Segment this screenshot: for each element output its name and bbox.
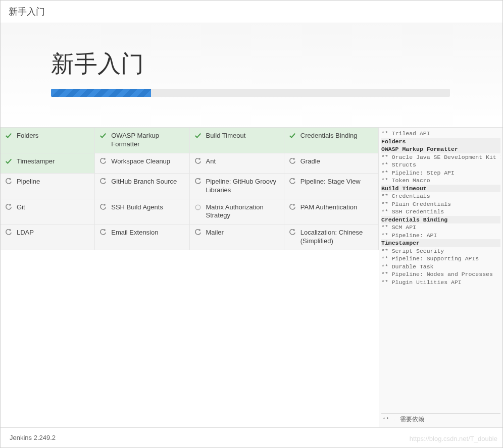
log-line: Build Timeout — [381, 185, 500, 193]
pending-icon — [288, 229, 296, 237]
plugin-cell: Matrix Authorization Strategy — [190, 199, 284, 225]
pending-icon — [288, 157, 296, 165]
log-line: ** Pipeline: Nodes and Processes — [381, 270, 500, 278]
plugin-label: Gradle — [300, 157, 374, 166]
pending-icon — [5, 229, 13, 237]
plugin-cell: Ant — [190, 153, 284, 174]
modal-header: 新手入门 — [1, 1, 502, 23]
svg-point-0 — [195, 205, 200, 210]
log-line: ** SSH Credentials — [381, 208, 500, 216]
check-icon — [5, 132, 13, 140]
pending-icon — [288, 178, 296, 186]
plugin-cell: Pipeline: GitHub Groovy Libraries — [190, 174, 284, 199]
progress-bar-fill — [51, 89, 151, 97]
log-line: OWASP Markup Formatter — [381, 145, 500, 153]
log-line: Timestamper — [381, 239, 500, 247]
plugin-label: LDAP — [17, 229, 90, 237]
plugin-label: Timestamper — [17, 157, 90, 166]
plugin-label: Email Extension — [111, 229, 185, 237]
plugin-cell: Build Timeout — [190, 128, 284, 153]
plugin-label: Build Timeout — [206, 132, 280, 140]
plugin-cell: Pipeline: Stage View — [284, 174, 379, 199]
modal-title: 新手入门 — [9, 7, 45, 17]
plugin-label: GitHub Branch Source — [111, 178, 185, 186]
plugin-cell: Email Extension — [95, 225, 189, 250]
pending-icon — [99, 229, 107, 237]
check-icon — [194, 132, 202, 140]
pending-icon — [99, 178, 107, 186]
pending-icon — [5, 203, 13, 211]
plugin-label: Localization: Chinese (Simplified) — [300, 229, 374, 246]
log-line: ** Pipeline: Supporting APIs — [381, 255, 500, 263]
plugin-label: Mailer — [206, 229, 280, 237]
plugin-cell: GitHub Branch Source — [95, 174, 189, 199]
plugin-label: Matrix Authorization Strategy — [206, 203, 280, 220]
plugin-cell: Mailer — [190, 225, 284, 250]
log-line: ** Durable Task — [381, 263, 500, 271]
plugin-cell: Workspace Cleanup — [95, 153, 189, 174]
plugin-cell: PAM Authentication — [284, 199, 379, 225]
pending-icon — [194, 157, 202, 165]
plugin-label: Git — [17, 203, 90, 212]
check-icon — [99, 132, 107, 140]
plugin-label: Folders — [17, 132, 90, 140]
check-icon — [288, 132, 296, 140]
plugin-label: OWASP Markup Formatter — [111, 132, 185, 149]
plugin-cell: Git — [1, 199, 95, 225]
plugin-label: Credentials Binding — [300, 132, 374, 140]
plugin-label: Workspace Cleanup — [111, 157, 185, 166]
log-line: ** Plugin Utilities API — [381, 278, 500, 287]
plugin-label: PAM Authentication — [300, 203, 374, 212]
log-line: ** Plain Credentials — [381, 200, 500, 208]
pending-icon — [288, 203, 296, 211]
log-line: ** Pipeline: Step API — [381, 169, 500, 177]
plugin-grid: FoldersOWASP Markup FormatterBuild Timeo… — [1, 128, 379, 427]
modal-footer: Jenkins 2.249.2 — [1, 427, 502, 447]
plugin-cell: Localization: Chinese (Simplified) — [284, 225, 379, 250]
pending-icon — [194, 229, 202, 237]
plugin-cell: Credentials Binding — [284, 128, 379, 153]
plugin-label: Pipeline — [17, 178, 90, 186]
log-line: ** Token Macro — [381, 177, 500, 185]
jenkins-version: Jenkins 2.249.2 — [10, 434, 56, 441]
install-log-panel: ** Trilead APIFoldersOWASP Markup Format… — [379, 128, 502, 427]
plugin-label: Pipeline: Stage View — [300, 178, 374, 186]
log-legend: ** - 需要依赖 — [381, 413, 500, 425]
main-area: FoldersOWASP Markup FormatterBuild Timeo… — [1, 128, 502, 427]
plugin-cell: SSH Build Agents — [95, 199, 189, 225]
pending-icon — [194, 178, 202, 186]
log-line: ** Script Security — [381, 247, 500, 255]
check-icon — [5, 157, 13, 165]
log-line: Credentials Binding — [381, 216, 500, 224]
setup-wizard-modal: 新手入门 新手入门 FoldersOWASP Markup FormatterB… — [0, 0, 503, 448]
plugin-cell: Timestamper — [1, 153, 95, 174]
log-line: ** Credentials — [381, 192, 500, 200]
plugin-cell: Folders — [1, 128, 95, 153]
plugin-label: Ant — [206, 157, 280, 166]
pending-icon — [99, 203, 107, 211]
log-line: ** Oracle Java SE Development Kit Instal… — [381, 153, 500, 161]
plugin-label: Pipeline: GitHub Groovy Libraries — [206, 178, 280, 195]
plugin-cell: Gradle — [284, 153, 379, 174]
pending-icon — [99, 157, 107, 165]
log-line: ** SCM API — [381, 223, 500, 232]
log-line: Folders — [381, 138, 500, 146]
plugin-cell: LDAP — [1, 225, 95, 250]
plugin-cell: Pipeline — [1, 174, 95, 199]
plugin-label: SSH Build Agents — [111, 203, 185, 212]
plugin-cell: OWASP Markup Formatter — [95, 128, 189, 153]
progress-bar-track — [51, 89, 450, 97]
log-lines: ** Trilead APIFoldersOWASP Markup Format… — [381, 130, 500, 413]
progress-section: 新手入门 — [1, 23, 502, 128]
pending-icon — [5, 178, 13, 186]
spinner-icon — [194, 203, 202, 211]
log-line: ** Trilead API — [381, 130, 500, 138]
log-line: ** Structs — [381, 161, 500, 169]
page-title: 新手入门 — [51, 48, 502, 80]
log-line: ** Pipeline: API — [381, 232, 500, 240]
